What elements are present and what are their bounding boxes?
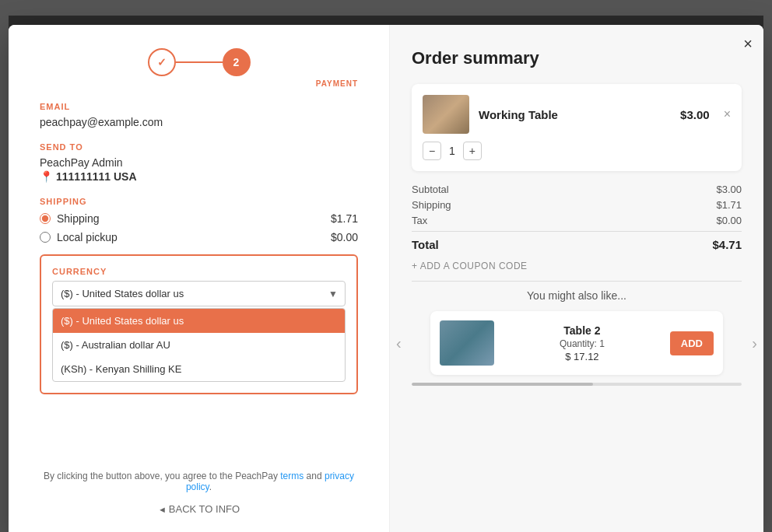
footer-text1: By clicking the button above, you agree … [44,471,278,481]
upsell-product-quantity: Quantity: 1 [504,338,661,349]
send-to-name: PeachPay Admin [40,156,358,169]
local-price: $0.00 [331,231,358,243]
step2-circle: 2 [223,48,251,76]
tax-value: $0.00 [716,215,742,226]
email-value: peachpay@example.com [40,116,358,128]
shipping-total-label: Shipping [412,199,451,211]
step-line [176,61,223,63]
close-button[interactable]: × [743,36,753,51]
upsell-add-button[interactable]: ADD [670,331,714,355]
quantity-row: − 1 + [423,142,731,160]
order-totals: Subtotal $3.00 Shipping $1.71 Tax $0.00 … [412,184,742,251]
send-to-label: SEND TO [40,142,358,152]
remove-product-button[interactable]: × [724,107,731,121]
product-image [423,95,469,134]
shipping-label: SHIPPING [40,197,358,206]
currency-option-ke[interactable]: (KSh) - Kenyan Shilling KE [53,357,345,381]
terms-link[interactable]: terms [280,471,304,481]
scroll-indicator [412,383,742,386]
product-card: Working Table $3.00 × − 1 + [412,84,742,171]
step1-circle: ✓ [148,48,176,76]
currency-option-aud[interactable]: ($) - Australian dollar AU [53,333,345,357]
shipping-radio[interactable] [40,213,51,224]
shipping-option-local: Local pickup $0.00 [40,231,358,243]
currency-dropdown-list: ($) - United States dollar us ($) - Aust… [52,308,346,382]
quantity-decrease-button[interactable]: − [423,142,441,160]
product-name: Working Table [479,108,671,121]
subtotal-value: $3.00 [716,184,742,195]
shipping-option-text: Shipping [57,212,100,225]
local-pickup-label[interactable]: Local pickup [40,231,118,243]
product-image-visual [423,95,469,134]
right-panel: Order summary Working Table $3.00 × − 1 … [390,25,763,532]
upsell-product-name: Table 2 [504,324,661,337]
carousel-next-button[interactable]: › [752,334,757,352]
currency-label: CURRENCY [52,267,346,276]
footer-text2: and [307,471,322,481]
divider [412,281,742,282]
shipping-options: Shipping $1.71 Local pickup $0.00 [40,212,358,243]
shipping-total-row: Shipping $1.71 [412,199,742,211]
email-label: EMAIL [40,102,358,111]
back-to-info-link[interactable]: BACK TO INFO [40,503,358,515]
upsell-qty-label: Quantity: [560,338,597,349]
local-radio[interactable] [40,232,51,243]
left-footer: By clicking the button above, you agree … [40,432,358,515]
shipping-option-shipping: Shipping $1.71 [40,212,358,225]
step1-label: ✓ [157,56,167,68]
send-to-address: 📍 111111111 USA [40,170,358,183]
total-label: Total [412,238,439,251]
upsell-product-info: Table 2 Quantity: 1 $ 17.12 [504,324,661,362]
coupon-link[interactable]: ADD A COUPON CODE [412,261,742,271]
address-value: 111111111 USA [56,170,137,183]
shipping-total-value: $1.71 [716,199,742,211]
upsell-product-price: $ 17.12 [504,351,661,362]
currency-select-wrapper: ($) - United States dollar us ($) - Aust… [52,281,346,306]
product-price: $3.00 [680,108,710,121]
footer-text: By clicking the button above, you agree … [40,471,358,492]
currency-select[interactable]: ($) - United States dollar us ($) - Aust… [52,281,346,306]
quantity-value: 1 [449,145,455,157]
grand-total-row: Total $4.71 [412,231,742,251]
email-section: EMAIL peachpay@example.com [40,102,358,128]
subtotal-row: Subtotal $3.00 [412,184,742,195]
tax-row: Tax $0.00 [412,215,742,226]
pin-icon: 📍 [40,170,53,183]
send-to-section: SEND TO PeachPay Admin 📍 111111111 USA [40,142,358,183]
product-row: Working Table $3.00 × [423,95,731,134]
subtotal-label: Subtotal [412,184,449,195]
upsell-title: You might also like... [412,289,742,302]
shipping-section: SHIPPING Shipping $1.71 [40,197,358,243]
left-panel: ✓ 2 PAYMENT EMAIL [9,25,390,532]
upsell-qty-value: 1 [599,338,605,349]
shipping-option-label[interactable]: Shipping [40,212,100,225]
total-value: $4.71 [712,238,742,251]
quantity-increase-button[interactable]: + [463,142,482,160]
checkout-modal: × ✓ 2 [9,25,763,532]
order-summary-title: Order summary [412,48,742,68]
upsell-wrapper: ‹ Table 2 Quantity: 1 $ 17.12 ADD › [412,311,742,375]
shipping-price: $1.71 [331,212,358,225]
stepper: ✓ 2 PAYMENT [40,48,358,88]
scroll-thumb [412,383,593,386]
currency-section: CURRENCY ($) - United States dollar us (… [40,254,358,394]
local-option-text: Local pickup [57,231,118,243]
step2-sublabel: PAYMENT [316,79,358,88]
carousel-prev-button[interactable]: ‹ [396,334,402,352]
upsell-card: Table 2 Quantity: 1 $ 17.12 ADD [430,311,723,375]
upsell-product-image [440,320,494,366]
tax-label: Tax [412,215,427,226]
step2-label: 2 [233,56,240,68]
currency-option-usd[interactable]: ($) - United States dollar us [53,309,345,333]
